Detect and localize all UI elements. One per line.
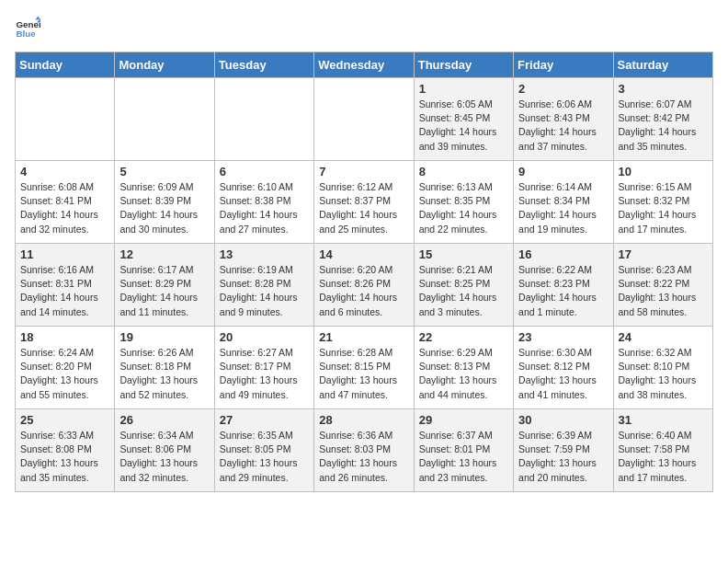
day-number: 25 bbox=[20, 413, 109, 427]
calendar-week-row: 18Sunrise: 6:24 AM Sunset: 8:20 PM Dayli… bbox=[16, 327, 713, 409]
day-info: Sunrise: 6:30 AM Sunset: 8:12 PM Dayligh… bbox=[518, 346, 608, 402]
day-number: 6 bbox=[220, 165, 309, 178]
day-info: Sunrise: 6:23 AM Sunset: 8:22 PM Dayligh… bbox=[619, 263, 708, 319]
calendar-cell: 11Sunrise: 6:16 AM Sunset: 8:31 PM Dayli… bbox=[16, 244, 115, 327]
calendar-cell: 10Sunrise: 6:15 AM Sunset: 8:32 PM Dayli… bbox=[613, 161, 712, 244]
day-number: 14 bbox=[319, 247, 408, 261]
day-number: 20 bbox=[220, 330, 309, 344]
calendar-cell: 12Sunrise: 6:17 AM Sunset: 8:29 PM Dayli… bbox=[115, 244, 214, 327]
day-info: Sunrise: 6:19 AM Sunset: 8:28 PM Dayligh… bbox=[220, 263, 309, 319]
day-number: 16 bbox=[518, 247, 608, 261]
day-info: Sunrise: 6:06 AM Sunset: 8:43 PM Dayligh… bbox=[518, 98, 608, 154]
calendar-week-row: 4Sunrise: 6:08 AM Sunset: 8:41 PM Daylig… bbox=[16, 161, 713, 244]
calendar-header-cell: Saturday bbox=[613, 52, 712, 78]
calendar-week-row: 1Sunrise: 6:05 AM Sunset: 8:45 PM Daylig… bbox=[16, 78, 713, 161]
calendar-cell: 26Sunrise: 6:34 AM Sunset: 8:06 PM Dayli… bbox=[115, 409, 214, 492]
calendar-week-row: 25Sunrise: 6:33 AM Sunset: 8:08 PM Dayli… bbox=[16, 409, 713, 492]
day-info: Sunrise: 6:27 AM Sunset: 8:17 PM Dayligh… bbox=[220, 346, 309, 402]
day-number: 26 bbox=[119, 413, 209, 427]
day-info: Sunrise: 6:24 AM Sunset: 8:20 PM Dayligh… bbox=[20, 346, 109, 402]
day-info: Sunrise: 6:35 AM Sunset: 8:05 PM Dayligh… bbox=[220, 429, 309, 485]
calendar-cell bbox=[314, 78, 414, 161]
calendar-cell: 28Sunrise: 6:36 AM Sunset: 8:03 PM Dayli… bbox=[314, 409, 414, 492]
calendar-table: SundayMondayTuesdayWednesdayThursdayFrid… bbox=[15, 52, 713, 492]
calendar-cell: 21Sunrise: 6:28 AM Sunset: 8:15 PM Dayli… bbox=[314, 327, 414, 409]
calendar-header-cell: Thursday bbox=[414, 52, 513, 78]
day-number: 28 bbox=[319, 413, 408, 427]
day-info: Sunrise: 6:28 AM Sunset: 8:15 PM Dayligh… bbox=[319, 346, 408, 402]
day-info: Sunrise: 6:14 AM Sunset: 8:34 PM Dayligh… bbox=[518, 180, 608, 236]
day-number: 17 bbox=[619, 247, 708, 261]
calendar-header-cell: Sunday bbox=[16, 52, 115, 78]
calendar-cell: 14Sunrise: 6:20 AM Sunset: 8:26 PM Dayli… bbox=[314, 244, 414, 327]
calendar-cell: 8Sunrise: 6:13 AM Sunset: 8:35 PM Daylig… bbox=[414, 161, 513, 244]
day-number: 4 bbox=[20, 165, 109, 178]
day-number: 1 bbox=[419, 82, 508, 96]
svg-text:Blue: Blue bbox=[16, 29, 36, 39]
day-number: 18 bbox=[20, 330, 109, 344]
day-info: Sunrise: 6:40 AM Sunset: 7:58 PM Dayligh… bbox=[619, 429, 708, 485]
logo-icon: General Blue bbox=[15, 15, 40, 40]
day-info: Sunrise: 6:26 AM Sunset: 8:18 PM Dayligh… bbox=[119, 346, 209, 402]
calendar-cell: 1Sunrise: 6:05 AM Sunset: 8:45 PM Daylig… bbox=[414, 78, 513, 161]
day-info: Sunrise: 6:08 AM Sunset: 8:41 PM Dayligh… bbox=[20, 180, 109, 236]
day-number: 7 bbox=[319, 165, 408, 178]
calendar-body: 1Sunrise: 6:05 AM Sunset: 8:45 PM Daylig… bbox=[16, 78, 713, 492]
day-info: Sunrise: 6:09 AM Sunset: 8:39 PM Dayligh… bbox=[119, 180, 209, 236]
calendar-header-cell: Monday bbox=[115, 52, 214, 78]
calendar-cell: 25Sunrise: 6:33 AM Sunset: 8:08 PM Dayli… bbox=[16, 409, 115, 492]
day-info: Sunrise: 6:37 AM Sunset: 8:01 PM Dayligh… bbox=[419, 429, 508, 485]
day-info: Sunrise: 6:20 AM Sunset: 8:26 PM Dayligh… bbox=[319, 263, 408, 319]
calendar-cell: 22Sunrise: 6:29 AM Sunset: 8:13 PM Dayli… bbox=[414, 327, 513, 409]
day-info: Sunrise: 6:05 AM Sunset: 8:45 PM Dayligh… bbox=[419, 98, 508, 154]
day-info: Sunrise: 6:17 AM Sunset: 8:29 PM Dayligh… bbox=[119, 263, 209, 319]
day-number: 9 bbox=[518, 165, 608, 178]
calendar-cell bbox=[16, 78, 115, 161]
day-info: Sunrise: 6:39 AM Sunset: 7:59 PM Dayligh… bbox=[518, 429, 608, 485]
day-number: 12 bbox=[119, 247, 209, 261]
day-number: 22 bbox=[419, 330, 508, 344]
calendar-cell: 17Sunrise: 6:23 AM Sunset: 8:22 PM Dayli… bbox=[613, 244, 712, 327]
calendar-cell bbox=[214, 78, 313, 161]
calendar-cell: 9Sunrise: 6:14 AM Sunset: 8:34 PM Daylig… bbox=[514, 161, 613, 244]
day-number: 8 bbox=[419, 165, 508, 178]
calendar-cell: 19Sunrise: 6:26 AM Sunset: 8:18 PM Dayli… bbox=[115, 327, 214, 409]
calendar-cell: 29Sunrise: 6:37 AM Sunset: 8:01 PM Dayli… bbox=[414, 409, 513, 492]
calendar-cell: 31Sunrise: 6:40 AM Sunset: 7:58 PM Dayli… bbox=[613, 409, 712, 492]
day-info: Sunrise: 6:22 AM Sunset: 8:23 PM Dayligh… bbox=[518, 263, 608, 319]
logo: General Blue bbox=[15, 15, 44, 40]
calendar-header-cell: Wednesday bbox=[314, 52, 414, 78]
calendar-cell: 15Sunrise: 6:21 AM Sunset: 8:25 PM Dayli… bbox=[414, 244, 513, 327]
day-info: Sunrise: 6:34 AM Sunset: 8:06 PM Dayligh… bbox=[119, 429, 209, 485]
day-info: Sunrise: 6:32 AM Sunset: 8:10 PM Dayligh… bbox=[619, 346, 708, 402]
day-info: Sunrise: 6:36 AM Sunset: 8:03 PM Dayligh… bbox=[319, 429, 408, 485]
header: General Blue bbox=[15, 15, 713, 40]
day-number: 10 bbox=[619, 165, 708, 178]
day-number: 24 bbox=[619, 330, 708, 344]
svg-marker-2 bbox=[35, 16, 40, 19]
calendar-cell: 23Sunrise: 6:30 AM Sunset: 8:12 PM Dayli… bbox=[514, 327, 613, 409]
day-number: 5 bbox=[119, 165, 209, 178]
calendar-header-cell: Friday bbox=[514, 52, 613, 78]
calendar-cell: 5Sunrise: 6:09 AM Sunset: 8:39 PM Daylig… bbox=[115, 161, 214, 244]
calendar-cell: 6Sunrise: 6:10 AM Sunset: 8:38 PM Daylig… bbox=[214, 161, 313, 244]
calendar-cell: 13Sunrise: 6:19 AM Sunset: 8:28 PM Dayli… bbox=[214, 244, 313, 327]
day-info: Sunrise: 6:07 AM Sunset: 8:42 PM Dayligh… bbox=[619, 98, 708, 154]
day-number: 30 bbox=[518, 413, 608, 427]
calendar-header-cell: Tuesday bbox=[214, 52, 313, 78]
calendar-cell: 2Sunrise: 6:06 AM Sunset: 8:43 PM Daylig… bbox=[514, 78, 613, 161]
day-info: Sunrise: 6:21 AM Sunset: 8:25 PM Dayligh… bbox=[419, 263, 508, 319]
calendar-cell bbox=[115, 78, 214, 161]
calendar-header-row: SundayMondayTuesdayWednesdayThursdayFrid… bbox=[16, 52, 713, 78]
calendar-cell: 3Sunrise: 6:07 AM Sunset: 8:42 PM Daylig… bbox=[613, 78, 712, 161]
calendar-week-row: 11Sunrise: 6:16 AM Sunset: 8:31 PM Dayli… bbox=[16, 244, 713, 327]
day-number: 29 bbox=[419, 413, 508, 427]
day-info: Sunrise: 6:15 AM Sunset: 8:32 PM Dayligh… bbox=[619, 180, 708, 236]
calendar-cell: 27Sunrise: 6:35 AM Sunset: 8:05 PM Dayli… bbox=[214, 409, 313, 492]
day-number: 27 bbox=[220, 413, 309, 427]
day-info: Sunrise: 6:10 AM Sunset: 8:38 PM Dayligh… bbox=[220, 180, 309, 236]
day-info: Sunrise: 6:16 AM Sunset: 8:31 PM Dayligh… bbox=[20, 263, 109, 319]
day-info: Sunrise: 6:29 AM Sunset: 8:13 PM Dayligh… bbox=[419, 346, 508, 402]
calendar-cell: 20Sunrise: 6:27 AM Sunset: 8:17 PM Dayli… bbox=[214, 327, 313, 409]
calendar-cell: 24Sunrise: 6:32 AM Sunset: 8:10 PM Dayli… bbox=[613, 327, 712, 409]
